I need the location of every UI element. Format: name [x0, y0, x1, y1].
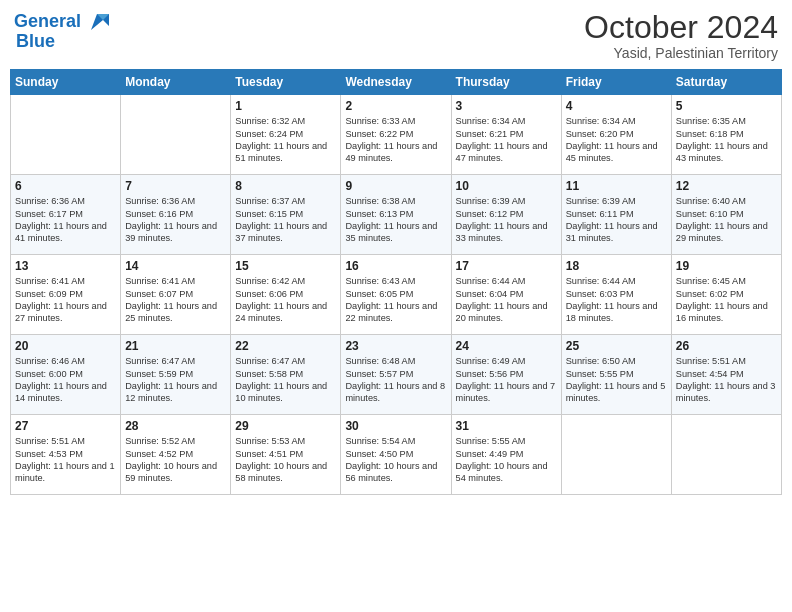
- day-number: 26: [676, 339, 777, 353]
- day-of-week-header: Saturday: [671, 70, 781, 95]
- day-number: 22: [235, 339, 336, 353]
- page-header: General Blue October 2024 Yasid, Palesti…: [10, 10, 782, 61]
- day-info: Sunrise: 6:40 AM Sunset: 6:10 PM Dayligh…: [676, 195, 777, 245]
- day-number: 29: [235, 419, 336, 433]
- logo: General Blue: [14, 10, 109, 52]
- calendar-cell: 4Sunrise: 6:34 AM Sunset: 6:20 PM Daylig…: [561, 95, 671, 175]
- day-info: Sunrise: 6:39 AM Sunset: 6:11 PM Dayligh…: [566, 195, 667, 245]
- calendar-week-row: 1Sunrise: 6:32 AM Sunset: 6:24 PM Daylig…: [11, 95, 782, 175]
- calendar-cell: 30Sunrise: 5:54 AM Sunset: 4:50 PM Dayli…: [341, 415, 451, 495]
- day-number: 31: [456, 419, 557, 433]
- day-info: Sunrise: 5:51 AM Sunset: 4:54 PM Dayligh…: [676, 355, 777, 405]
- logo-icon: [83, 8, 109, 34]
- calendar-cell: 19Sunrise: 6:45 AM Sunset: 6:02 PM Dayli…: [671, 255, 781, 335]
- day-number: 24: [456, 339, 557, 353]
- calendar-week-row: 6Sunrise: 6:36 AM Sunset: 6:17 PM Daylig…: [11, 175, 782, 255]
- calendar-cell: [121, 95, 231, 175]
- day-number: 1: [235, 99, 336, 113]
- day-number: 15: [235, 259, 336, 273]
- day-info: Sunrise: 6:41 AM Sunset: 6:09 PM Dayligh…: [15, 275, 116, 325]
- calendar-table: SundayMondayTuesdayWednesdayThursdayFrid…: [10, 69, 782, 495]
- calendar-week-row: 27Sunrise: 5:51 AM Sunset: 4:53 PM Dayli…: [11, 415, 782, 495]
- day-number: 28: [125, 419, 226, 433]
- day-info: Sunrise: 6:42 AM Sunset: 6:06 PM Dayligh…: [235, 275, 336, 325]
- day-info: Sunrise: 6:32 AM Sunset: 6:24 PM Dayligh…: [235, 115, 336, 165]
- day-number: 25: [566, 339, 667, 353]
- calendar-cell: [11, 95, 121, 175]
- day-of-week-header: Sunday: [11, 70, 121, 95]
- day-number: 10: [456, 179, 557, 193]
- day-number: 2: [345, 99, 446, 113]
- title-block: October 2024 Yasid, Palestinian Territor…: [584, 10, 778, 61]
- day-info: Sunrise: 6:35 AM Sunset: 6:18 PM Dayligh…: [676, 115, 777, 165]
- day-info: Sunrise: 6:37 AM Sunset: 6:15 PM Dayligh…: [235, 195, 336, 245]
- calendar-cell: 9Sunrise: 6:38 AM Sunset: 6:13 PM Daylig…: [341, 175, 451, 255]
- calendar-cell: 3Sunrise: 6:34 AM Sunset: 6:21 PM Daylig…: [451, 95, 561, 175]
- day-number: 13: [15, 259, 116, 273]
- day-of-week-header: Thursday: [451, 70, 561, 95]
- day-info: Sunrise: 6:38 AM Sunset: 6:13 PM Dayligh…: [345, 195, 446, 245]
- calendar-cell: 18Sunrise: 6:44 AM Sunset: 6:03 PM Dayli…: [561, 255, 671, 335]
- calendar-cell: 28Sunrise: 5:52 AM Sunset: 4:52 PM Dayli…: [121, 415, 231, 495]
- day-info: Sunrise: 6:43 AM Sunset: 6:05 PM Dayligh…: [345, 275, 446, 325]
- calendar-cell: 21Sunrise: 6:47 AM Sunset: 5:59 PM Dayli…: [121, 335, 231, 415]
- day-number: 12: [676, 179, 777, 193]
- calendar-cell: 31Sunrise: 5:55 AM Sunset: 4:49 PM Dayli…: [451, 415, 561, 495]
- day-info: Sunrise: 6:50 AM Sunset: 5:55 PM Dayligh…: [566, 355, 667, 405]
- calendar-cell: 2Sunrise: 6:33 AM Sunset: 6:22 PM Daylig…: [341, 95, 451, 175]
- location-subtitle: Yasid, Palestinian Territory: [584, 45, 778, 61]
- calendar-cell: 13Sunrise: 6:41 AM Sunset: 6:09 PM Dayli…: [11, 255, 121, 335]
- calendar-cell: 7Sunrise: 6:36 AM Sunset: 6:16 PM Daylig…: [121, 175, 231, 255]
- day-info: Sunrise: 6:46 AM Sunset: 6:00 PM Dayligh…: [15, 355, 116, 405]
- day-number: 21: [125, 339, 226, 353]
- day-of-week-header: Wednesday: [341, 70, 451, 95]
- calendar-cell: 24Sunrise: 6:49 AM Sunset: 5:56 PM Dayli…: [451, 335, 561, 415]
- day-info: Sunrise: 5:55 AM Sunset: 4:49 PM Dayligh…: [456, 435, 557, 485]
- day-info: Sunrise: 6:36 AM Sunset: 6:16 PM Dayligh…: [125, 195, 226, 245]
- logo-text: General: [14, 12, 81, 32]
- day-number: 5: [676, 99, 777, 113]
- day-info: Sunrise: 5:52 AM Sunset: 4:52 PM Dayligh…: [125, 435, 226, 485]
- calendar-cell: 14Sunrise: 6:41 AM Sunset: 6:07 PM Dayli…: [121, 255, 231, 335]
- calendar-cell: 5Sunrise: 6:35 AM Sunset: 6:18 PM Daylig…: [671, 95, 781, 175]
- calendar-cell: 1Sunrise: 6:32 AM Sunset: 6:24 PM Daylig…: [231, 95, 341, 175]
- calendar-cell: 16Sunrise: 6:43 AM Sunset: 6:05 PM Dayli…: [341, 255, 451, 335]
- calendar-cell: 26Sunrise: 5:51 AM Sunset: 4:54 PM Dayli…: [671, 335, 781, 415]
- day-info: Sunrise: 6:44 AM Sunset: 6:03 PM Dayligh…: [566, 275, 667, 325]
- day-info: Sunrise: 5:54 AM Sunset: 4:50 PM Dayligh…: [345, 435, 446, 485]
- day-number: 19: [676, 259, 777, 273]
- day-number: 8: [235, 179, 336, 193]
- day-number: 30: [345, 419, 446, 433]
- day-info: Sunrise: 6:41 AM Sunset: 6:07 PM Dayligh…: [125, 275, 226, 325]
- calendar-cell: 11Sunrise: 6:39 AM Sunset: 6:11 PM Dayli…: [561, 175, 671, 255]
- day-number: 27: [15, 419, 116, 433]
- day-info: Sunrise: 6:44 AM Sunset: 6:04 PM Dayligh…: [456, 275, 557, 325]
- calendar-cell: 25Sunrise: 6:50 AM Sunset: 5:55 PM Dayli…: [561, 335, 671, 415]
- day-info: Sunrise: 6:49 AM Sunset: 5:56 PM Dayligh…: [456, 355, 557, 405]
- day-number: 16: [345, 259, 446, 273]
- day-of-week-header: Monday: [121, 70, 231, 95]
- day-info: Sunrise: 6:47 AM Sunset: 5:59 PM Dayligh…: [125, 355, 226, 405]
- day-number: 20: [15, 339, 116, 353]
- calendar-header-row: SundayMondayTuesdayWednesdayThursdayFrid…: [11, 70, 782, 95]
- day-of-week-header: Tuesday: [231, 70, 341, 95]
- day-info: Sunrise: 6:45 AM Sunset: 6:02 PM Dayligh…: [676, 275, 777, 325]
- calendar-cell: 27Sunrise: 5:51 AM Sunset: 4:53 PM Dayli…: [11, 415, 121, 495]
- calendar-cell: 29Sunrise: 5:53 AM Sunset: 4:51 PM Dayli…: [231, 415, 341, 495]
- calendar-cell: [561, 415, 671, 495]
- day-info: Sunrise: 6:33 AM Sunset: 6:22 PM Dayligh…: [345, 115, 446, 165]
- calendar-cell: 12Sunrise: 6:40 AM Sunset: 6:10 PM Dayli…: [671, 175, 781, 255]
- day-info: Sunrise: 5:53 AM Sunset: 4:51 PM Dayligh…: [235, 435, 336, 485]
- day-info: Sunrise: 6:48 AM Sunset: 5:57 PM Dayligh…: [345, 355, 446, 405]
- calendar-cell: 10Sunrise: 6:39 AM Sunset: 6:12 PM Dayli…: [451, 175, 561, 255]
- day-of-week-header: Friday: [561, 70, 671, 95]
- calendar-week-row: 13Sunrise: 6:41 AM Sunset: 6:09 PM Dayli…: [11, 255, 782, 335]
- day-number: 4: [566, 99, 667, 113]
- logo-text2: Blue: [16, 32, 55, 52]
- day-info: Sunrise: 6:36 AM Sunset: 6:17 PM Dayligh…: [15, 195, 116, 245]
- calendar-cell: 6Sunrise: 6:36 AM Sunset: 6:17 PM Daylig…: [11, 175, 121, 255]
- calendar-cell: [671, 415, 781, 495]
- day-number: 18: [566, 259, 667, 273]
- day-number: 6: [15, 179, 116, 193]
- day-number: 17: [456, 259, 557, 273]
